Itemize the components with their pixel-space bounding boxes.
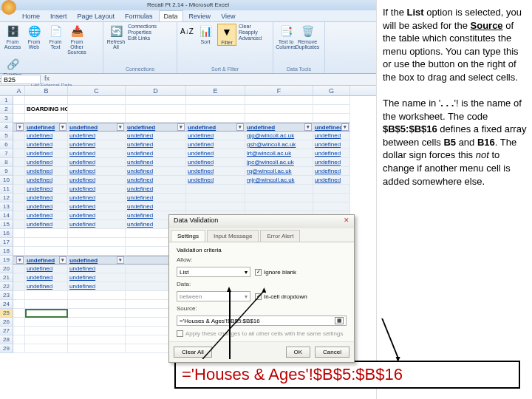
row-header[interactable]: 20: [0, 265, 13, 273]
cell[interactable]: undefined: [25, 158, 68, 167]
cell[interactable]: [25, 318, 68, 327]
cell[interactable]: undefined: [68, 123, 126, 132]
col-header[interactable]: D: [126, 86, 186, 95]
cell[interactable]: undefined: [25, 132, 68, 140]
cell[interactable]: undefined: [186, 123, 245, 132]
edit-links-button[interactable]: Edit Links: [128, 35, 157, 41]
tab-data[interactable]: Data: [159, 10, 183, 21]
cell[interactable]: [25, 300, 68, 309]
cell[interactable]: [13, 309, 25, 318]
range-picker-icon[interactable]: ▦: [335, 317, 344, 324]
text-to-columns-button[interactable]: 📑Text to Columns: [276, 24, 296, 50]
row-header[interactable]: 18: [0, 247, 13, 256]
row-header[interactable]: 19: [0, 256, 13, 265]
cell[interactable]: undefined: [186, 176, 245, 185]
close-icon[interactable]: ✕: [344, 216, 349, 227]
cell[interactable]: [68, 114, 126, 123]
cell[interactable]: undefined: [126, 132, 186, 140]
row-header[interactable]: 11: [0, 185, 13, 194]
cell[interactable]: [13, 149, 25, 158]
cell[interactable]: undefined: [313, 140, 350, 149]
cell[interactable]: [13, 300, 25, 309]
cell[interactable]: [13, 211, 25, 220]
cell[interactable]: mjr@wincoll.ac.uk: [245, 176, 313, 185]
cell[interactable]: [13, 220, 25, 229]
refresh-all-button[interactable]: 🔄Refresh All: [106, 24, 126, 50]
cell[interactable]: [126, 105, 186, 114]
allow-select[interactable]: List▾: [177, 267, 250, 277]
cell[interactable]: [313, 194, 350, 202]
cell[interactable]: [13, 256, 25, 265]
cell[interactable]: [13, 194, 25, 202]
from-web-button[interactable]: 🌐From Web: [24, 24, 44, 50]
cell[interactable]: undefined: [126, 202, 186, 211]
cell[interactable]: undefined: [68, 149, 126, 158]
row-header[interactable]: 14: [0, 211, 13, 220]
cell[interactable]: undefined: [68, 132, 126, 140]
cell[interactable]: lrt@wincoll.ac.uk: [245, 149, 313, 158]
cell[interactable]: undefined: [186, 132, 245, 140]
name-box[interactable]: B25: [1, 75, 41, 84]
cell[interactable]: undefined: [25, 202, 68, 211]
cell[interactable]: [13, 247, 25, 256]
cell[interactable]: undefined: [25, 149, 68, 158]
cell[interactable]: undefined: [25, 265, 68, 273]
cell[interactable]: undefined: [126, 123, 186, 132]
remove-dup-button[interactable]: 🗑️Remove Duplicates: [298, 24, 317, 50]
row-header[interactable]: 13: [0, 202, 13, 211]
sort-asc-button[interactable]: A↓Z: [180, 24, 194, 38]
cell[interactable]: undefined: [186, 140, 245, 149]
cell[interactable]: undefined: [245, 123, 313, 132]
cell[interactable]: [68, 335, 126, 344]
row-header[interactable]: 26: [0, 318, 13, 327]
from-other-button[interactable]: 📥From Other Sources: [67, 24, 86, 55]
cell[interactable]: [68, 96, 126, 105]
ignore-blank-checkbox[interactable]: ✓Ignore blank: [255, 269, 296, 276]
cell[interactable]: [13, 123, 25, 132]
cell[interactable]: undefined: [313, 158, 350, 167]
col-header[interactable]: E: [186, 86, 245, 95]
cell[interactable]: [245, 96, 313, 105]
ok-button[interactable]: OK: [286, 347, 311, 358]
cell[interactable]: rq@wincoll.ac.uk: [245, 167, 313, 176]
cell[interactable]: [186, 185, 245, 194]
cell[interactable]: [68, 344, 126, 353]
row-header[interactable]: 4: [0, 123, 13, 132]
row-header[interactable]: 6: [0, 140, 13, 149]
office-button[interactable]: [1, 0, 16, 15]
tab-review[interactable]: Review: [185, 11, 216, 21]
row-header[interactable]: 24: [0, 300, 13, 309]
cell[interactable]: [13, 238, 25, 247]
tab-page-layout[interactable]: Page Layout: [73, 11, 120, 21]
row-header[interactable]: 29: [0, 344, 13, 353]
cell[interactable]: [245, 105, 313, 114]
cell[interactable]: [68, 238, 126, 247]
row-header[interactable]: 16: [0, 229, 13, 238]
from-text-button[interactable]: 📄From Text: [46, 24, 65, 50]
clear-all-button[interactable]: Clear All: [174, 347, 212, 358]
cell[interactable]: [13, 344, 25, 353]
cell[interactable]: [186, 96, 245, 105]
source-input[interactable]: ='Houses & Ages'!$B$5:$B$16 ▦: [177, 316, 347, 326]
incell-checkbox[interactable]: ✓In-cell dropdown: [255, 293, 307, 300]
cell[interactable]: undefined: [313, 149, 350, 158]
cell[interactable]: [186, 194, 245, 202]
cell[interactable]: [13, 140, 25, 149]
cell[interactable]: [186, 202, 245, 211]
cell[interactable]: undefined: [68, 140, 126, 149]
col-header[interactable]: G: [313, 86, 350, 95]
cell[interactable]: undefined: [313, 176, 350, 185]
cell[interactable]: undefined: [68, 202, 126, 211]
col-header[interactable]: B: [25, 86, 68, 95]
cell[interactable]: undefined: [25, 194, 68, 202]
cell[interactable]: [13, 96, 25, 105]
row-header[interactable]: 17: [0, 238, 13, 247]
cell[interactable]: undefined: [25, 140, 68, 149]
cell[interactable]: [13, 291, 25, 300]
cell[interactable]: [68, 327, 126, 335]
cell[interactable]: undefined: [68, 167, 126, 176]
cell[interactable]: [13, 114, 25, 123]
cell[interactable]: undefined: [126, 176, 186, 185]
cell[interactable]: undefined: [126, 167, 186, 176]
cell[interactable]: undefined: [68, 194, 126, 202]
